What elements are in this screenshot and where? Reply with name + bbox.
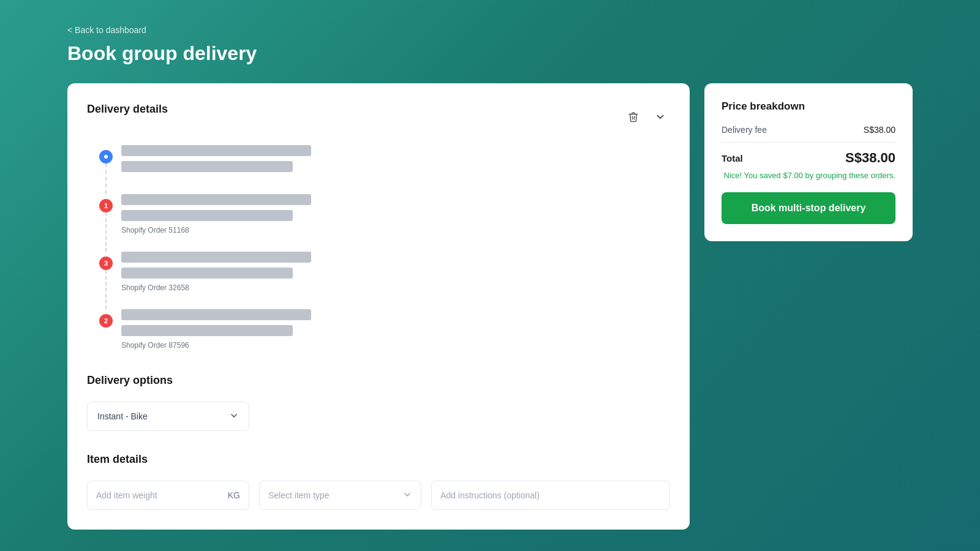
instructions-placeholder: Add instructions (optional) — [440, 490, 540, 500]
right-panel: Price breakdown Delivery fee S$38.00 Tot… — [704, 83, 913, 241]
delivery-fee-value: S$38.00 — [864, 125, 895, 135]
address-bar-2 — [121, 268, 293, 279]
stop-item: 3 Shopify Order 32658 — [99, 252, 670, 292]
address-bar-1 — [121, 309, 311, 320]
order-label: Shopify Order 87596 — [121, 341, 670, 350]
stop-content — [121, 145, 670, 177]
stop-badge-1: 1 — [99, 199, 113, 212]
item-weight-input[interactable]: Add item weight KG — [87, 481, 249, 510]
item-details-section: Item details Add item weight KG Select i… — [87, 453, 670, 510]
delivery-type-dropdown[interactable]: Instant - Bike — [87, 402, 249, 431]
chevron-down-icon — [229, 411, 239, 422]
price-divider — [722, 142, 895, 143]
address-bar-2 — [121, 210, 293, 221]
price-breakdown-title: Price breakdown — [722, 100, 895, 113]
stop-content: Shopify Order 87596 — [121, 309, 670, 350]
delete-button[interactable] — [624, 107, 643, 127]
weight-unit: KG — [228, 490, 240, 500]
stop-badge-3: 3 — [99, 257, 113, 270]
delivery-options-section: Delivery options Instant - Bike — [87, 374, 670, 431]
stop-badge-2: 2 — [99, 314, 113, 328]
address-bar-1 — [121, 252, 311, 263]
chevron-down-icon — [402, 490, 412, 501]
stop-connector-line — [105, 212, 107, 252]
delivery-fee-label: Delivery fee — [722, 125, 767, 135]
back-link[interactable]: < Back to dashboard — [67, 25, 146, 35]
stop-content: Shopify Order 51168 — [121, 194, 670, 234]
stop-item — [99, 145, 670, 177]
delivery-type-label: Instant - Bike — [97, 411, 148, 421]
delivery-details-actions — [624, 107, 670, 127]
stop-content: Shopify Order 32658 — [121, 252, 670, 292]
delivery-options-title: Delivery options — [87, 374, 670, 387]
item-type-dropdown[interactable]: Select item type — [259, 481, 421, 510]
item-instructions-input[interactable]: Add instructions (optional) — [431, 481, 670, 510]
item-details-title: Item details — [87, 453, 670, 466]
left-panel: Delivery details — [67, 83, 690, 530]
collapse-button[interactable] — [650, 107, 670, 127]
total-value: S$38.00 — [845, 150, 895, 166]
savings-text: Nice! You saved $7.00 by grouping these … — [722, 171, 895, 180]
stop-item: 2 Shopify Order 87596 — [99, 309, 670, 350]
origin-badge — [99, 150, 113, 163]
stops-container: 1 Shopify Order 51168 3 Shopify Order 32… — [87, 145, 670, 350]
type-placeholder: Select item type — [268, 490, 330, 500]
delivery-fee-row: Delivery fee S$38.00 — [722, 125, 895, 135]
delivery-details-title: Delivery details — [87, 103, 168, 116]
total-label: Total — [722, 153, 743, 163]
address-bar-2 — [121, 325, 293, 336]
book-multistop-button[interactable]: Book multi-stop delivery — [722, 192, 895, 224]
svg-point-0 — [104, 155, 108, 159]
stop-item: 1 Shopify Order 51168 — [99, 194, 670, 234]
item-inputs-row: Add item weight KG Select item type Add … — [87, 481, 670, 510]
page-title: Book group delivery — [67, 42, 913, 65]
total-row: Total S$38.00 — [722, 150, 895, 166]
order-label: Shopify Order 51168 — [121, 226, 670, 234]
address-bar-2 — [121, 161, 293, 172]
address-bar-1 — [121, 145, 311, 156]
address-bar-1 — [121, 194, 311, 205]
order-label: Shopify Order 32658 — [121, 283, 670, 292]
stop-connector-line — [105, 270, 107, 309]
weight-placeholder: Add item weight — [96, 490, 157, 500]
stop-connector-line — [105, 163, 107, 194]
